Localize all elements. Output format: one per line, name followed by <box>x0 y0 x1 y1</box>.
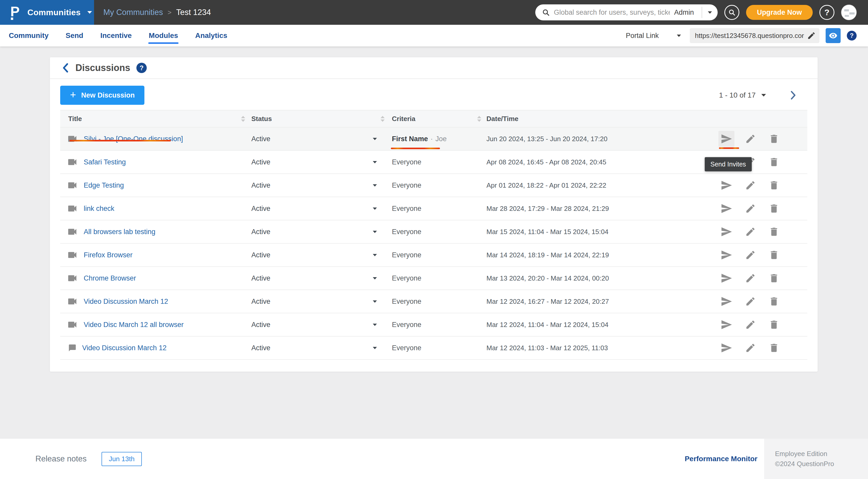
status-dropdown[interactable]: Active <box>251 344 380 352</box>
product-switcher[interactable]: P Communities <box>0 0 94 25</box>
status-dropdown[interactable]: Active <box>251 298 380 306</box>
discussion-title-link[interactable]: Silvi - Joe [One-One discussion] <box>84 135 183 143</box>
edit-discussion-button[interactable] <box>743 317 758 332</box>
datetime-cell: Apr 08 2024, 16:45 - Apr 08 2024, 20:45 <box>487 158 708 166</box>
status-dropdown[interactable]: Active <box>251 251 380 259</box>
criteria-main: Everyone <box>392 274 421 282</box>
new-discussion-button[interactable]: + New Discussion <box>60 86 145 105</box>
discussion-title-link[interactable]: link check <box>84 205 115 213</box>
performance-monitor-link[interactable]: Performance Monitor <box>685 455 757 463</box>
user-avatar[interactable] <box>841 5 857 20</box>
next-page-button[interactable] <box>789 91 797 100</box>
discussion-title-link[interactable]: Video Disc March 12 all browser <box>84 321 184 329</box>
discussion-title-link[interactable]: All browsers lab testing <box>84 228 156 236</box>
edit-discussion-button[interactable] <box>743 247 758 263</box>
edit-discussion-button[interactable] <box>743 271 758 286</box>
delete-discussion-button[interactable] <box>767 317 781 332</box>
status-dropdown[interactable]: Active <box>251 274 380 282</box>
portal-link-select[interactable]: Portal Link <box>626 32 684 40</box>
edit-discussion-button[interactable] <box>743 178 758 193</box>
discussion-title-link[interactable]: Chrome Browser <box>84 274 136 282</box>
send-invites-button[interactable] <box>718 177 735 193</box>
status-dropdown[interactable]: Active <box>251 228 380 236</box>
delete-discussion-button[interactable] <box>767 271 781 286</box>
edit-discussion-button[interactable] <box>743 340 758 355</box>
pagination: 1 - 10 of 17 <box>719 91 797 100</box>
upgrade-now-button[interactable]: Upgrade Now <box>746 5 813 20</box>
discussion-title-link[interactable]: Edge Testing <box>84 181 124 190</box>
status-dropdown[interactable]: Active <box>251 135 380 143</box>
discussion-title-link[interactable]: Video Discussion March 12 <box>84 298 168 306</box>
nav-tab-send[interactable]: Send <box>65 30 84 41</box>
discussion-title-link[interactable]: Firefox Browser <box>84 251 132 259</box>
trash-icon <box>769 180 779 191</box>
pencil-icon <box>745 133 756 144</box>
sort-title-button[interactable] <box>241 116 245 122</box>
trash-icon <box>769 342 779 353</box>
discussion-title-link[interactable]: Video Discussion March 12 <box>82 344 167 352</box>
title-cell: Firefox Browser <box>60 251 241 259</box>
nav-tab-analytics[interactable]: Analytics <box>194 30 228 41</box>
table-row: Firefox Browser Active Everyone · Mar 14… <box>60 244 807 267</box>
pagination-range-select[interactable]: 1 - 10 of 17 <box>719 91 766 99</box>
nav-tab-modules[interactable]: Modules <box>148 30 179 41</box>
send-invites-button[interactable] <box>718 131 735 147</box>
help-button[interactable]: ? <box>819 5 834 20</box>
sort-criteria-button[interactable] <box>477 116 481 122</box>
status-dropdown[interactable]: Active <box>251 158 380 166</box>
criteria-cell: Everyone · <box>392 158 477 166</box>
preview-portal-button[interactable] <box>826 28 841 43</box>
delete-discussion-button[interactable] <box>767 340 781 355</box>
delete-discussion-button[interactable] <box>767 131 781 146</box>
title-cell: link check <box>60 205 241 213</box>
send-invites-button[interactable] <box>718 224 735 240</box>
discussion-title-link[interactable]: Safari Testing <box>84 158 126 166</box>
edit-portal-url-button[interactable] <box>807 31 816 40</box>
pencil-icon <box>745 296 756 307</box>
global-search[interactable]: Admin <box>535 4 718 21</box>
discussions-help-button[interactable]: ? <box>136 63 147 73</box>
status-dropdown[interactable]: Active <box>251 181 380 190</box>
global-search-input[interactable] <box>554 8 670 16</box>
breadcrumb-my-communities[interactable]: My Communities <box>103 8 163 17</box>
nav-tabs: CommunitySendIncentiveModulesAnalytics <box>8 30 228 41</box>
status-dropdown[interactable]: Active <box>251 205 380 213</box>
status-dropdown[interactable]: Active <box>251 321 380 329</box>
search-scope-chevron-icon[interactable] <box>708 11 712 14</box>
portal-link-group: Portal Link https://test12345678.questio… <box>626 28 857 43</box>
chevron-down-icon <box>87 11 92 14</box>
delete-discussion-button[interactable] <box>767 294 781 309</box>
delete-discussion-button[interactable] <box>767 155 781 170</box>
pencil-icon <box>745 226 756 237</box>
nav-tab-incentive[interactable]: Incentive <box>100 30 132 41</box>
delete-discussion-button[interactable] <box>767 201 781 216</box>
portal-url: https://test12345678.questionpro.cor <box>695 32 804 40</box>
send-invites-button[interactable] <box>718 270 735 286</box>
send-invites-button[interactable] <box>718 247 735 263</box>
delete-discussion-button[interactable] <box>767 247 781 263</box>
table-row: Chrome Browser Active Everyone · Mar 13 … <box>60 267 807 290</box>
edit-discussion-button[interactable] <box>743 224 758 239</box>
quick-search-button[interactable] <box>724 5 739 20</box>
sort-status-button[interactable] <box>380 116 385 122</box>
release-notes-label: Release notes <box>35 454 87 464</box>
send-invites-button[interactable] <box>718 317 735 333</box>
send-icon <box>720 179 733 191</box>
send-invites-button[interactable] <box>718 294 735 309</box>
title-cell: Edge Testing <box>60 181 241 190</box>
back-button[interactable] <box>61 63 70 73</box>
portal-help-button[interactable]: ? <box>847 31 857 40</box>
send-invites-button[interactable] <box>718 201 735 216</box>
delete-discussion-button[interactable] <box>767 224 781 239</box>
release-date-button[interactable]: Jun 13th <box>101 452 142 466</box>
status-value: Active <box>251 228 271 236</box>
criteria-main: Everyone <box>392 344 421 352</box>
edit-discussion-button[interactable] <box>743 201 758 216</box>
plus-icon: + <box>70 90 76 100</box>
nav-tab-community[interactable]: Community <box>8 30 49 41</box>
send-invites-button[interactable] <box>718 340 735 356</box>
delete-discussion-button[interactable] <box>767 178 781 193</box>
video-camera-icon <box>68 181 78 189</box>
edit-discussion-button[interactable] <box>743 131 758 146</box>
edit-discussion-button[interactable] <box>743 294 758 309</box>
